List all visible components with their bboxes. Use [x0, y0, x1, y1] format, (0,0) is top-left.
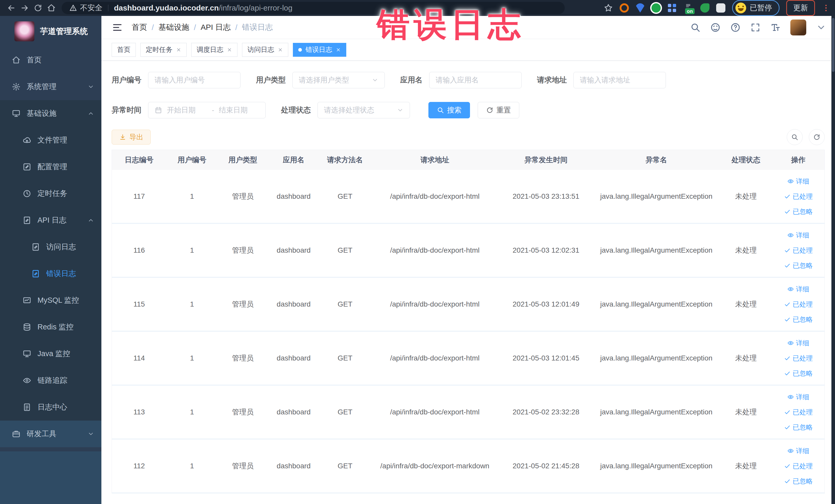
extension-icon-orange[interactable] [619, 3, 629, 13]
sidebar-item-error-log[interactable]: 错误日志 [0, 260, 101, 287]
sidebar-item-system-management[interactable]: 系统管理 [0, 74, 101, 100]
export-button[interactable]: 导出 [111, 130, 151, 144]
detail-link[interactable]: 详细 [787, 285, 809, 294]
extension-icon-shield[interactable] [635, 3, 645, 13]
request-url-input[interactable] [573, 72, 666, 88]
fullscreen-icon[interactable] [750, 22, 760, 33]
mark-processed-link[interactable]: 已处理 [784, 246, 813, 255]
cell-user-type: 管理员 [218, 170, 268, 223]
detail-link[interactable]: 详细 [787, 231, 809, 240]
detail-label: 详细 [796, 177, 809, 186]
sidebar-item-label: 首页 [27, 55, 42, 65]
sidebar-item-java-monitor[interactable]: Java 监控 [0, 340, 101, 367]
sidebar-collapse-icon[interactable] [111, 22, 123, 33]
close-icon[interactable] [336, 47, 341, 53]
tab-home[interactable]: 首页 [111, 43, 136, 57]
tab-access-log[interactable]: 访问日志 [242, 43, 288, 57]
extension-icon-leaf[interactable] [700, 3, 710, 13]
cell-exception-name: java.lang.IllegalArgumentException [593, 332, 720, 385]
close-icon[interactable] [227, 47, 232, 53]
detail-link[interactable]: 详细 [787, 446, 809, 456]
github-icon[interactable] [710, 22, 720, 33]
sidebar-item-dev-tools[interactable]: 研发工具 [0, 421, 101, 447]
clock-icon [23, 189, 31, 198]
extension-icon-on[interactable]: on [683, 2, 694, 14]
sidebar-item-infrastructure[interactable]: 基础设施 [0, 100, 101, 127]
close-icon[interactable] [278, 47, 283, 53]
chevron-down-icon [372, 77, 378, 83]
mark-processed-link[interactable]: 已处理 [784, 192, 813, 201]
close-icon[interactable] [176, 47, 181, 53]
mark-processed-link[interactable]: 已处理 [784, 462, 813, 471]
detail-link[interactable]: 详细 [787, 392, 809, 402]
extension-icon-green[interactable] [651, 3, 661, 13]
bookmark-star-icon[interactable] [604, 3, 613, 13]
document-lines-icon [23, 403, 31, 411]
refresh-icon [486, 106, 493, 114]
sidebar-item-config-management[interactable]: 配置管理 [0, 154, 101, 180]
page-scrollbar[interactable] [831, 16, 835, 504]
user-id-input[interactable] [148, 72, 241, 88]
mark-ignored-link[interactable]: 已忽略 [784, 369, 813, 378]
detail-link[interactable]: 详细 [787, 339, 809, 348]
paused-badge[interactable]: 已暂停 [732, 0, 779, 16]
browser-menu-icon[interactable] [822, 4, 830, 12]
mark-ignored-link[interactable]: 已忽略 [784, 207, 813, 216]
mark-ignored-link[interactable]: 已忽略 [784, 261, 813, 270]
extensions-puzzle-icon[interactable] [716, 3, 726, 13]
tab-scheduled-tasks[interactable]: 定时任务 [140, 43, 187, 57]
mark-processed-link[interactable]: 已处理 [784, 354, 813, 363]
caret-down-icon[interactable] [816, 22, 826, 33]
mark-ignored-link[interactable]: 已忽略 [784, 477, 813, 486]
search-icon[interactable] [690, 22, 700, 33]
search-button[interactable]: 搜索 [428, 102, 470, 118]
sidebar-item-access-log[interactable]: 访问日志 [0, 234, 101, 260]
sidebar-item-scheduled-tasks[interactable]: 定时任务 [0, 180, 101, 207]
avatar[interactable] [790, 20, 806, 36]
detail-link[interactable]: 详细 [787, 177, 809, 186]
browser-reload-button[interactable] [31, 1, 45, 15]
toggle-search-button[interactable] [787, 129, 803, 145]
sidebar-item-api-log[interactable]: API 日志 [0, 207, 101, 234]
refresh-table-button[interactable] [809, 129, 825, 145]
tab-dispatch-log[interactable]: 调度日志 [191, 43, 238, 57]
chevron-up-icon [87, 217, 94, 224]
extension-icon-grid[interactable] [667, 3, 677, 13]
sidebar-item-trace[interactable]: 链路追踪 [0, 367, 101, 394]
sidebar-item-mysql-monitor[interactable]: MySQL 监控 [0, 287, 101, 314]
tab-error-log[interactable]: 错误日志 [293, 43, 346, 57]
mark-processed-link[interactable]: 已处理 [784, 300, 813, 309]
cell-request-url: /api/infra/db-doc/export-markdown [371, 440, 499, 492]
mark-ignored-link[interactable]: 已忽略 [784, 315, 813, 324]
mark-ignored-link[interactable]: 已忽略 [784, 423, 813, 432]
edit-square-icon [23, 163, 31, 171]
breadcrumb-item[interactable]: 首页 [132, 22, 147, 33]
mark-processed-link[interactable]: 已处理 [784, 408, 813, 417]
breadcrumb-item[interactable]: API 日志 [201, 22, 231, 33]
scrollbar-thumb[interactable] [832, 18, 834, 72]
font-size-icon[interactable] [770, 22, 780, 33]
user-type-select[interactable]: 请选择用户类型 [292, 72, 385, 88]
screen: 不安全 dashboard.yudao.iocoder.cn/infra/log… [0, 0, 835, 504]
app-name-input[interactable] [429, 72, 522, 88]
help-icon[interactable] [730, 22, 740, 33]
sidebar-item-file-management[interactable]: 文件管理 [0, 127, 101, 154]
process-status-select[interactable]: 请选择处理状态 [318, 102, 410, 118]
sidebar-item-label: 配置管理 [38, 162, 67, 172]
update-button[interactable]: 更新 [786, 0, 815, 16]
browser-back-button[interactable] [5, 1, 18, 15]
browser-forward-button[interactable] [18, 1, 31, 15]
sidebar-item-log-center[interactable]: 日志中心 [0, 394, 101, 421]
reset-button[interactable]: 重置 [478, 102, 519, 118]
sidebar-item-home[interactable]: 首页 [0, 47, 101, 74]
date-range-picker[interactable]: 开始日期 - 结束日期 [148, 102, 266, 118]
column-header: 异常发生时间 [499, 150, 593, 170]
logo-image [14, 21, 34, 41]
sidebar-logo[interactable]: 芋道管理系统 [0, 16, 101, 47]
cell-exception-name: java.lang.IllegalArgumentException [593, 440, 720, 492]
breadcrumb-item[interactable]: 基础设施 [158, 22, 189, 33]
cell-app-name: dashboard [268, 332, 319, 385]
user-type-label: 用户类型 [256, 75, 286, 85]
sidebar-item-redis-monitor[interactable]: Redis 监控 [0, 314, 101, 340]
browser-home-button[interactable] [45, 1, 58, 15]
